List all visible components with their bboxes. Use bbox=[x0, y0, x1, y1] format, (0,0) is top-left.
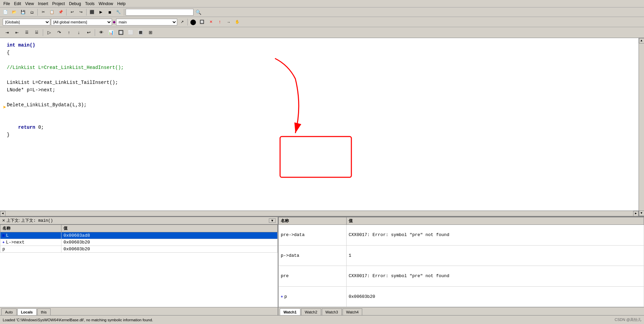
watch-table-row[interactable]: +p0x00603b20 bbox=[279, 286, 644, 307]
watch-row-value: 0x00603b20 bbox=[347, 286, 644, 307]
run-button[interactable]: ▶ bbox=[97, 8, 105, 16]
watch-row-name: pre->data bbox=[279, 225, 347, 246]
view-btn3[interactable]: 🔲 bbox=[116, 28, 125, 37]
separator2 bbox=[66, 9, 67, 16]
search-button[interactable]: 🔍 bbox=[194, 8, 202, 16]
code-line7: LNode* p=L->next; bbox=[7, 86, 637, 94]
locals-row-name: ⊞L bbox=[0, 232, 61, 239]
wizard-button[interactable]: 🔧 bbox=[114, 8, 123, 16]
view-btn4[interactable]: ⬜ bbox=[126, 28, 135, 37]
comment-block-button[interactable]: ☰ bbox=[22, 28, 31, 37]
scroll-up-arrow[interactable]: ▲ bbox=[639, 38, 644, 43]
step-out-button[interactable]: ↑ bbox=[65, 28, 73, 37]
debug-hand-button[interactable]: ✋ bbox=[233, 18, 241, 26]
menu-file[interactable]: File bbox=[1, 1, 12, 7]
status-bar: Loaded 'C:\Windows\SysWOW64\KernelBase.d… bbox=[0, 315, 644, 324]
menu-debug[interactable]: Debug bbox=[67, 1, 83, 7]
tab-watch4[interactable]: Watch4 bbox=[343, 308, 363, 315]
svg-rect-1 bbox=[280, 137, 351, 177]
menu-window[interactable]: Window bbox=[97, 1, 115, 7]
menu-tools[interactable]: Tools bbox=[83, 1, 97, 7]
tab-watch2[interactable]: Watch2 bbox=[301, 308, 321, 315]
code-line12: return 0; bbox=[7, 124, 637, 131]
locals-table-row[interactable]: ⊞L0x00603ad8 bbox=[0, 232, 278, 239]
watch-panel: 名称 值 pre->dataCXX0017: Error: symbol "pr… bbox=[278, 217, 644, 315]
open-file-button[interactable]: 📂 bbox=[10, 8, 18, 16]
debug-excl-button[interactable]: ! bbox=[216, 18, 224, 26]
context-combo1[interactable]: [Globals] bbox=[3, 19, 50, 25]
toolbar-main: 📄 📂 💾 🗂 ✂ 📋 📌 ↩ ↪ ⬛ ▶ ⏹ 🔧 🔍 bbox=[0, 7, 644, 17]
scrollbar-vertical[interactable]: ▲ ▼ bbox=[639, 38, 644, 216]
stop-button[interactable]: ⏹ bbox=[106, 8, 114, 16]
tab-locals[interactable]: Locals bbox=[17, 308, 37, 315]
code-line4: //LinkList L=Creat_LinkList_HeadInsert()… bbox=[7, 64, 637, 71]
uncomment-button[interactable]: ☱ bbox=[32, 28, 41, 37]
save-button[interactable]: 💾 bbox=[19, 8, 27, 16]
code-line2: { bbox=[7, 49, 637, 56]
search-input[interactable] bbox=[126, 9, 194, 16]
watch-table-row[interactable]: preCXX0017: Error: symbol "pre" not foun… bbox=[279, 266, 644, 287]
run-to-cursor-button[interactable]: ↓ bbox=[74, 28, 83, 37]
menu-edit[interactable]: Edit bbox=[12, 1, 23, 7]
toolbar-context: [Globals] [All global members] ◆ main ↗ … bbox=[0, 17, 644, 27]
separator7 bbox=[95, 29, 95, 36]
scroll-down-arrow[interactable]: ▼ bbox=[639, 211, 644, 216]
unindent-button[interactable]: ⇤ bbox=[13, 28, 21, 37]
debug-arrow-button[interactable]: → bbox=[224, 18, 233, 26]
undo-button[interactable]: ↩ bbox=[68, 8, 76, 16]
bottom-panels: ✕ 上下文: 上下文: main() ▼ 名称 值 ⊞L0x00603ad8+ bbox=[0, 217, 644, 315]
scrollbar-horizontal[interactable]: ◄ ► bbox=[0, 211, 639, 216]
code-line10 bbox=[7, 109, 637, 116]
debug-run-button[interactable]: ⬤ bbox=[189, 18, 197, 26]
view-btn5[interactable]: 🔳 bbox=[136, 28, 145, 37]
scroll-left-arrow[interactable]: ◄ bbox=[0, 211, 5, 216]
separator6 bbox=[43, 29, 43, 36]
tab-auto[interactable]: Auto bbox=[1, 308, 17, 315]
view-btn2[interactable]: 📊 bbox=[107, 28, 115, 37]
tab-this[interactable]: this bbox=[37, 308, 51, 315]
context-combo2[interactable]: [All global members] bbox=[51, 19, 112, 25]
view-btn1[interactable]: 👁 bbox=[97, 28, 106, 37]
watch-table-row[interactable]: pre->dataCXX0017: Error: symbol "pre" no… bbox=[279, 225, 644, 246]
indent-button[interactable]: ⇥ bbox=[3, 28, 12, 37]
watch-row-value: CXX0017: Error: symbol "pre" not found bbox=[347, 225, 644, 246]
redo-button[interactable]: ↪ bbox=[77, 8, 85, 16]
copy-button[interactable]: 📋 bbox=[48, 8, 56, 16]
step-back-button[interactable]: ↩ bbox=[84, 28, 93, 37]
tab-watch3[interactable]: Watch3 bbox=[322, 308, 342, 315]
tab-watch1[interactable]: Watch1 bbox=[280, 308, 300, 315]
locals-row-value: 0x00603ad8 bbox=[61, 232, 278, 239]
scroll-right-arrow[interactable]: ► bbox=[633, 211, 639, 216]
nav-button1[interactable]: ↗ bbox=[178, 18, 186, 26]
locals-context-dropdown[interactable]: ▼ bbox=[269, 218, 276, 223]
watch-row-value: CXX0017: Error: symbol "pre" not found bbox=[347, 266, 644, 287]
debug-stop2-button[interactable]: 🔲 bbox=[198, 18, 206, 26]
save-all-button[interactable]: 🗂 bbox=[28, 8, 36, 16]
build-button[interactable]: ⬛ bbox=[88, 8, 96, 16]
menu-help[interactable]: Help bbox=[115, 1, 128, 7]
view-btn6[interactable]: ⊞ bbox=[146, 28, 155, 37]
locals-tabs: Auto Locals this bbox=[0, 307, 278, 315]
menu-project[interactable]: Project bbox=[50, 1, 67, 7]
menu-insert[interactable]: Insert bbox=[36, 1, 50, 7]
step-over-button[interactable]: ↷ bbox=[55, 28, 63, 37]
step-into-button[interactable]: ▷ bbox=[45, 28, 54, 37]
paste-button[interactable]: 📌 bbox=[57, 8, 65, 16]
new-file-button[interactable]: 📄 bbox=[1, 8, 10, 16]
locals-table-row[interactable]: +L->next0x00603b20 bbox=[0, 239, 278, 246]
cut-button[interactable]: ✂ bbox=[39, 8, 47, 16]
separator5 bbox=[187, 19, 188, 25]
locals-table-row[interactable]: p0x00603b20 bbox=[0, 246, 278, 253]
locals-row-name: +L->next bbox=[0, 239, 61, 246]
code-editor[interactable]: int main() { //LinkList L=Creat_LinkList… bbox=[0, 38, 644, 217]
locals-context-label: 上下文: bbox=[6, 218, 20, 223]
menu-view[interactable]: View bbox=[23, 1, 36, 7]
code-line9: Delete_LinkList_Bydata(L,3); bbox=[7, 101, 637, 109]
debug-break-button[interactable]: ✕ bbox=[207, 18, 215, 26]
watch-table-row[interactable]: p->data1 bbox=[279, 245, 644, 266]
close-icon[interactable]: ✕ bbox=[2, 218, 5, 223]
toolbar-debug: ⇥ ⇤ ☰ ☱ ▷ ↷ ↑ ↓ ↩ 👁 📊 🔲 ⬜ 🔳 ⊞ bbox=[0, 27, 644, 38]
locals-context-value: 上下文: main() bbox=[21, 218, 53, 223]
context-combo3[interactable]: main bbox=[116, 19, 177, 25]
locals-table: 名称 值 ⊞L0x00603ad8+L->next0x00603b20p0x00… bbox=[0, 224, 278, 307]
